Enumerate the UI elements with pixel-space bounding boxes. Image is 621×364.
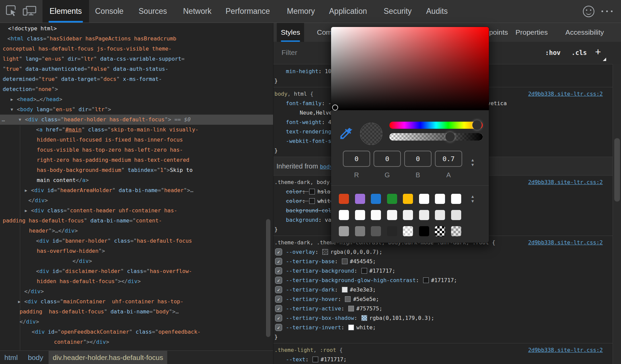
palette-color-swatch[interactable] xyxy=(435,194,445,204)
property-enabled-checkbox[interactable]: ✓ xyxy=(275,267,282,274)
feedback-smiley-icon[interactable] xyxy=(583,6,594,17)
saturation-gradient-area[interactable] xyxy=(331,27,489,110)
color-swatch[interactable] xyxy=(309,189,315,194)
color-swatch[interactable] xyxy=(348,306,354,311)
palette-color-swatch[interactable] xyxy=(339,226,349,236)
channel-input-g[interactable]: 0 xyxy=(374,151,401,167)
dom-tree-node[interactable]: <!doctype html> xyxy=(0,24,273,34)
dom-tree-node[interactable]: container"></div> xyxy=(0,337,273,347)
palette-color-swatch[interactable] xyxy=(403,210,413,220)
toggle-pseudo-state-button[interactable]: :hov xyxy=(545,42,561,63)
dom-tree-node[interactable]: ▶<div class="content-header uhf-containe… xyxy=(0,206,273,216)
css-property[interactable]: ✓--tertiary-background: #171717; xyxy=(273,266,613,276)
styles-scrollbar-thumb[interactable] xyxy=(614,138,620,202)
dom-tree-node[interactable]: padding has-default-focus" data-bi-name=… xyxy=(0,216,273,226)
css-property[interactable]: ✓--overlay: rgba(0,0,0,0.7); xyxy=(273,247,613,257)
tab-sources[interactable]: Sources xyxy=(139,0,167,23)
device-toolbar-icon[interactable] xyxy=(22,5,37,18)
color-swatch[interactable] xyxy=(361,315,367,321)
property-enabled-checkbox[interactable]: ✓ xyxy=(275,277,282,284)
css-property[interactable]: ✓--tertiary-dark: #e3e3e3; xyxy=(273,285,613,295)
color-swatch[interactable] xyxy=(348,325,354,330)
sidebar-tab-properties[interactable]: Properties xyxy=(511,23,552,42)
palette-color-swatch[interactable] xyxy=(339,210,349,220)
breadcrumb-item-html[interactable]: html xyxy=(4,354,18,362)
color-swatch[interactable] xyxy=(345,296,351,302)
alpha-slider-thumb[interactable] xyxy=(445,132,455,142)
hue-slider-thumb[interactable] xyxy=(472,120,482,130)
styles-scrollbar-track[interactable] xyxy=(613,64,621,364)
toggle-class-button[interactable]: .cls xyxy=(571,42,587,63)
filter-input[interactable]: Filter xyxy=(282,42,297,63)
alpha-slider[interactable] xyxy=(389,133,483,141)
palette-color-swatch[interactable] xyxy=(451,226,461,236)
dom-tree-node[interactable]: light" lang="en-us" dir="ltr" data-css-v… xyxy=(0,54,273,64)
dom-tree-node[interactable]: ▶<div id="headerAreaHolder" data-bi-name… xyxy=(0,185,273,195)
dom-tree-node[interactable]: detection="none"> xyxy=(0,84,273,94)
dom-tree-node[interactable]: <div id="disclaimer-holder" class="has-o… xyxy=(0,266,273,276)
palette-color-swatch[interactable] xyxy=(387,210,397,220)
tab-memory[interactable]: Memory xyxy=(287,0,315,23)
palette-color-swatch[interactable] xyxy=(403,194,413,204)
dom-tree-node[interactable]: "true" data-authenticated="false" data-a… xyxy=(0,64,273,74)
dom-tree-node[interactable]: right-zero has-padding-medium has-text-c… xyxy=(0,155,273,165)
color-swatch[interactable] xyxy=(322,249,328,255)
tab-application[interactable]: Application xyxy=(329,0,367,23)
sidebar-tab-accessibility[interactable]: Accessibility xyxy=(561,23,608,42)
dom-tree-node[interactable]: </div> xyxy=(0,195,273,206)
elements-scrollbar-thumb[interactable] xyxy=(266,219,270,337)
tab-network[interactable]: Network xyxy=(183,0,211,23)
dom-tree-node[interactable]: </div> xyxy=(0,317,273,327)
dom-tree-node[interactable]: </div> xyxy=(0,256,273,266)
palette-color-swatch[interactable] xyxy=(435,226,445,236)
dom-tree-node[interactable]: header">…</div> xyxy=(0,226,273,236)
dom-tree-node[interactable]: <html class="hasSidebar hasPageActions h… xyxy=(0,34,273,44)
css-property[interactable]: ✓--tertiary-box-shadow: rgba(0,101,179,0… xyxy=(273,313,613,323)
chevron-collapsed-icon[interactable]: ▶ xyxy=(22,206,30,216)
dom-tree-node[interactable]: has-overflow-hidden"> xyxy=(0,246,273,256)
channel-input-r[interactable]: 0 xyxy=(343,151,370,167)
palette-color-swatch[interactable] xyxy=(387,194,397,204)
palette-color-swatch[interactable] xyxy=(451,210,461,220)
stylesheet-link[interactable]: 2d9bb338.site-ltr.css:2 xyxy=(528,178,603,187)
color-swatch[interactable] xyxy=(342,259,348,264)
palette-color-swatch[interactable] xyxy=(419,226,429,236)
dom-tree-node[interactable]: has-body-background-medium" tabindex="1"… xyxy=(0,165,273,175)
property-enabled-checkbox[interactable]: ✓ xyxy=(275,314,282,322)
css-property[interactable]: ✓--tertiary-hover: #5e5e5e; xyxy=(273,295,613,304)
channel-input-a[interactable]: 0.7 xyxy=(435,151,462,167)
chevron-expanded-icon[interactable]: ▼ xyxy=(16,115,24,125)
property-enabled-checkbox[interactable]: ✓ xyxy=(275,305,282,312)
stylesheet-link[interactable]: 2d9bb338.site-ltr.css:2 xyxy=(528,238,603,247)
stylesheet-link[interactable]: 2d9bb338.site-ltr.css:2 xyxy=(528,89,603,99)
color-swatch[interactable] xyxy=(361,268,367,274)
palette-color-swatch[interactable] xyxy=(451,194,461,204)
chevron-collapsed-icon[interactable]: ▶ xyxy=(8,94,16,104)
property-enabled-checkbox[interactable]: ✓ xyxy=(275,248,282,255)
palette-color-swatch[interactable] xyxy=(403,226,413,236)
palette-color-swatch[interactable] xyxy=(339,194,349,204)
overflow-menu-icon[interactable] xyxy=(601,10,615,12)
chevron-collapsed-icon[interactable]: ▶ xyxy=(16,297,23,307)
tab-console[interactable]: Console xyxy=(95,0,123,23)
dom-tree-node[interactable]: hidden-until-focused is-fixed has-inner-… xyxy=(0,135,273,145)
dom-tree-node[interactable]: conceptual has-default-focus js-focus-vi… xyxy=(0,44,273,54)
css-property[interactable]: ✓--tertiary-invert: white; xyxy=(273,323,613,332)
palette-color-swatch[interactable] xyxy=(355,194,365,204)
property-enabled-checkbox[interactable]: ✓ xyxy=(275,258,282,265)
dom-tree-node[interactable]: determined="true" data-target="docs" x-m… xyxy=(0,74,273,84)
palette-color-swatch[interactable] xyxy=(419,194,429,204)
css-property[interactable]: ✓--tertiary-background-glow-high-contras… xyxy=(273,276,613,285)
color-swatch[interactable] xyxy=(342,287,348,293)
css-property[interactable]: ✓--tertiary-base: #454545; xyxy=(273,257,613,266)
palette-color-swatch[interactable] xyxy=(371,226,381,236)
css-property[interactable]: ✓--tertiary-active: #757575; xyxy=(273,304,613,313)
property-enabled-checkbox[interactable]: ✓ xyxy=(275,324,282,331)
dom-tree-node[interactable]: …▼<div class="header-holder has-default-… xyxy=(0,115,273,125)
palette-color-swatch[interactable] xyxy=(387,226,397,236)
stylesheet-link[interactable]: 2d9bb338.site-ltr.css:2 xyxy=(528,345,603,355)
dom-tree-node[interactable]: focus-visible has-top-zero has-left-zero… xyxy=(0,145,273,155)
css-property[interactable]: --text: #171717; xyxy=(273,355,613,364)
tab-performance[interactable]: Performance xyxy=(226,0,270,23)
chevron-collapsed-icon[interactable]: ▶ xyxy=(22,185,30,195)
